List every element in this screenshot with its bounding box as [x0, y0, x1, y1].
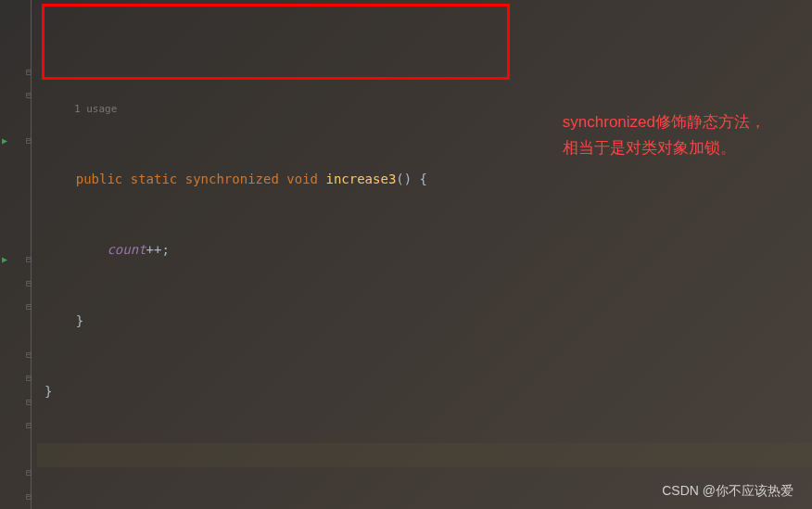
code-content[interactable]: 1 usage public static synchronized void …	[37, 0, 812, 509]
fold-close-icon[interactable]: ⊟	[26, 373, 32, 383]
watermark: CSDN @你不应该热爱	[662, 483, 793, 500]
fold-open-icon[interactable]: ⊟	[26, 278, 32, 288]
code-line: public static synchronized void increase…	[37, 168, 812, 192]
fold-open-icon[interactable]: ⊟	[26, 420, 32, 430]
fold-open-icon[interactable]: ⊟	[26, 135, 32, 146]
code-line: count++;	[37, 238, 812, 262]
fold-close-icon[interactable]: ⊟	[26, 491, 32, 502]
run-gutter-icon[interactable]: ▶	[2, 135, 7, 146]
fold-close-icon[interactable]: ⊟	[26, 67, 32, 77]
fold-close-icon[interactable]: ⊟	[26, 467, 32, 477]
code-line: }	[37, 310, 812, 334]
editor-gutter: ▶ ▶ ⊟ ⊟ ⊟ ⊟ ⊟ ⊟ ⊟ ⊟ ⊟ ⊟ ⊟ ⊟	[0, 0, 37, 509]
fold-close-icon[interactable]: ⊟	[26, 350, 32, 360]
fold-open-icon[interactable]: ⊟	[26, 397, 32, 407]
run-gutter-icon[interactable]: ▶	[2, 254, 7, 264]
code-editor: ▶ ▶ ⊟ ⊟ ⊟ ⊟ ⊟ ⊟ ⊟ ⊟ ⊟ ⊟ ⊟ ⊟ 1 usage publ…	[0, 0, 812, 509]
annotation-text: synchronized修饰静态方法， 相当于是对类对象加锁。	[563, 109, 766, 161]
code-line: }	[37, 380, 812, 404]
fold-close-icon[interactable]: ⊟	[26, 90, 32, 100]
fold-open-icon[interactable]: ⊟	[26, 254, 32, 264]
usage-hint[interactable]: 1 usage	[44, 103, 117, 115]
fold-open-icon[interactable]: ⊟	[26, 301, 32, 312]
